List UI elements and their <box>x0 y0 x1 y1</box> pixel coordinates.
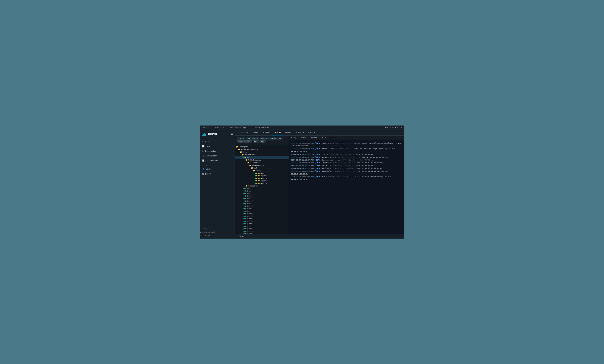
tree-item[interactable]: 📁Access Ports <box>235 185 289 187</box>
log-entry: 2024-09-04 11:16:06.201 [INFO] Local RPD… <box>291 142 402 148</box>
tree-item[interactable]: demor33 <box>235 213 289 215</box>
collapse-all-button[interactable]: All ⊖ <box>260 140 266 143</box>
panel-tabs: Config Status Metrics JSON Log <box>289 136 404 140</box>
tree-item[interactable]: demor99 <box>235 233 289 234</box>
tree-item[interactable]: demor21 <box>235 223 289 225</box>
logs-bar[interactable]: LOGS ∨ <box>235 234 404 238</box>
tree-item[interactable]: 📁Cable Segments <box>235 159 289 161</box>
status-dot <box>243 211 245 212</box>
modems-status: Modems: 0 <box>215 126 224 128</box>
admin-icon: 🖥 <box>202 155 204 157</box>
log-timestamp: 2024-09-04 11:16:06.201 <box>291 142 314 144</box>
status-dot <box>258 178 259 179</box>
tab-scenarios[interactable]: Scenarios <box>293 130 306 135</box>
tree-item[interactable]: demor81 <box>235 220 289 223</box>
tree-item-label: demor5 <box>247 205 252 207</box>
tab-hardware[interactable]: Hardware <box>238 130 251 135</box>
hosts-button[interactable]: Hosts ⇅ <box>237 137 245 140</box>
tab-log[interactable]: Log <box>329 136 337 140</box>
tab-reports[interactable]: Reports <box>306 130 317 135</box>
log-level: INFO <box>316 148 320 150</box>
tree-item[interactable]: demor4 <box>235 192 289 195</box>
tree-item[interactable]: demor61 <box>235 230 289 233</box>
sidebar-item-documentation[interactable]: 📄 Documentation › <box>200 158 235 163</box>
tab-json[interactable]: JSON <box>319 136 329 140</box>
tab-metrics[interactable]: Metrics <box>309 136 319 140</box>
tree-item[interactable]: demor17 <box>235 210 289 213</box>
sidebar-item-admin-user[interactable]: 👤 admin <box>200 167 235 172</box>
status-dots <box>243 193 246 194</box>
status-dots <box>243 205 246 207</box>
tab-profiles[interactable]: Profiles <box>261 130 272 135</box>
tree-item[interactable]: 📁mg0 <box>235 167 289 169</box>
tree-item[interactable]: 📁R-PHY Device Groups <box>235 148 289 151</box>
tree-item-label: demor33 <box>247 213 253 215</box>
status-dots <box>243 213 246 214</box>
folder-icon: 📁 <box>253 170 255 172</box>
tree-item-label: Modems <box>256 170 262 172</box>
log-message: Successfully obtained ToD; RPD-ID: 00:03… <box>322 165 374 166</box>
tree-item-label: demor76s0 <box>250 162 259 163</box>
tree-item[interactable]: 📁Unassigned <box>235 145 289 148</box>
rpds-button[interactable]: RPDs ⇅ <box>260 137 268 140</box>
tree-item[interactable]: demor76 <box>235 156 289 159</box>
sidebar-item-data[interactable]: 📊 Data › <box>200 144 235 149</box>
expand-all-button[interactable]: All ⊕ <box>253 140 259 143</box>
sidebar-item-label: Configuration <box>205 150 216 152</box>
tree-item[interactable]: demor13 <box>235 197 289 200</box>
tree-item[interactable]: demor94 <box>235 190 289 192</box>
status-dots <box>243 208 246 209</box>
tree-item[interactable]: demor69 <box>235 215 289 217</box>
tree-item[interactable]: 📁Modem Groups <box>235 164 289 167</box>
status-dot <box>245 190 246 191</box>
status-dot <box>245 201 246 201</box>
tree-item[interactable]: 📁R-PHY Devices <box>235 153 289 156</box>
tree-item-label: R-PHY Devices <box>244 154 256 156</box>
tree-item[interactable]: 📁demor76s0 <box>235 161 289 164</box>
sidebar-item-administration[interactable]: 🖥 Administration › <box>200 153 235 158</box>
modem-groups-button[interactable]: Modem Groups ⇅ <box>237 140 252 143</box>
log-timestamp: 2024-09-04 11:16:07.263 <box>291 156 314 158</box>
sidebar-item-logout[interactable]: ⏻ Logout <box>200 172 235 176</box>
status-dot <box>243 203 245 204</box>
username-label: admin <box>206 168 211 170</box>
sidebar-item-home[interactable]: ⌂ Home <box>200 139 235 144</box>
status-dot <box>243 231 245 232</box>
tree-item[interactable]: demor75 <box>235 225 289 227</box>
status-dot <box>255 173 256 174</box>
status-dots <box>243 228 246 229</box>
tree-item[interactable]: demor72 <box>235 202 289 205</box>
log-entry: 2024-09-04 11:16:07.766 [INFO] Successfu… <box>291 159 402 162</box>
log-message: Successfully obtained IPv4 address; RPD-… <box>322 167 383 169</box>
tree-item[interactable]: 📁Modems <box>235 169 289 172</box>
tree-item[interactable]: mg0cm4 <box>235 182 289 185</box>
tab-status[interactable]: Status <box>299 136 309 140</box>
tab-system[interactable]: System <box>251 130 261 135</box>
clock-icon: ⊙ <box>200 234 201 237</box>
rpd-groups-button[interactable]: RPD Groups ⇅ <box>246 137 259 140</box>
tree-item[interactable]: demor59 <box>235 200 289 202</box>
tree-item-label: mg0 <box>254 167 257 169</box>
tree-item[interactable]: demor39 <box>235 195 289 197</box>
tree-item[interactable]: demor51 <box>235 207 289 210</box>
warning-status: ⚠ 0 <box>390 126 393 129</box>
access-ports-button[interactable]: Access Ports ⇅ <box>269 137 283 140</box>
tab-visuals[interactable]: Visuals <box>283 130 293 135</box>
tree-item[interactable]: demor34 <box>235 217 289 220</box>
tab-devices[interactable]: Devices <box>272 130 283 135</box>
top-nav: Hardware System Profiles Devices Visuals… <box>235 130 404 136</box>
tree-panel: Hosts ⇅ RPD Groups ⇅ RPDs ⇅ Access Ports… <box>235 136 289 234</box>
log-level: INFO <box>316 165 320 166</box>
tree-item[interactable]: mg0cm1 <box>235 172 289 175</box>
menu-icon[interactable]: ☰ <box>231 132 233 135</box>
sidebar-item-configuration[interactable]: ⚙ Configuration › <box>200 149 235 153</box>
tree-item[interactable]: mg0cm3 <box>235 180 289 182</box>
tree-item[interactable]: demor55 <box>235 227 289 230</box>
tree-item[interactable]: 📁demo <box>235 151 289 153</box>
tree-item[interactable]: demor15 <box>235 187 289 190</box>
tab-config[interactable]: Config <box>289 136 299 140</box>
tree-item[interactable]: mg0cm2 <box>235 175 289 177</box>
tree-item-label: demor21 <box>247 223 253 225</box>
tree-item[interactable]: mg0cm0 <box>235 177 289 180</box>
tree-item[interactable]: demor5 <box>235 205 289 207</box>
